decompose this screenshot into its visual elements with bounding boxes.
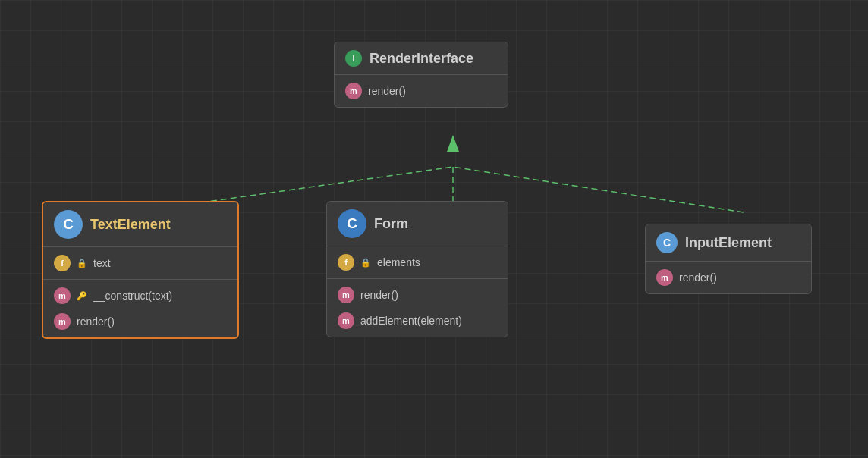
badge-interface-icon: I: [345, 50, 362, 67]
class-header-form: C Form: [327, 202, 508, 246]
method-row-construct: m 🔑 __construct(text): [43, 283, 237, 309]
class-form[interactable]: C Form f 🔒 elements m render() m addElem…: [326, 201, 508, 337]
method-row-render-form: m render(): [327, 282, 508, 308]
badge-m-add-element: m: [338, 312, 354, 329]
method-render-text: render(): [77, 315, 115, 328]
class-body-form: f 🔒 elements: [327, 246, 508, 278]
class-header-render-interface: I RenderInterface: [335, 42, 508, 74]
class-body-text-element: f 🔒 text: [43, 247, 237, 279]
class-body-input-element: m render(): [646, 262, 811, 293]
badge-m: m: [345, 83, 362, 99]
method-add-element-text: addElement(element): [360, 315, 462, 327]
lock-icon: 🔒: [77, 258, 87, 268]
class-input-element[interactable]: C InputElement m render(): [645, 224, 812, 294]
method-row-render: m render(): [43, 309, 237, 334]
method-render-input-text: render(): [679, 271, 717, 284]
class-header-text-element: C TextElement: [43, 202, 237, 246]
badge-m-render-input: m: [656, 269, 673, 286]
field-elements-text: elements: [377, 256, 420, 268]
class-name-render-interface: RenderInterface: [370, 51, 473, 67]
method-row-add-element: m addElement(element): [327, 308, 508, 334]
field-row-elements: f 🔒 elements: [327, 249, 508, 275]
badge-m-render-form: m: [338, 287, 354, 303]
badge-class-c: C: [54, 210, 83, 239]
method-row: m render(): [335, 78, 508, 104]
method-text: render(): [368, 85, 406, 97]
badge-f: f: [54, 255, 71, 271]
method-render-form-text: render(): [360, 289, 398, 301]
field-row-text: f 🔒 text: [43, 250, 237, 276]
class-text-element[interactable]: C TextElement f 🔒 text m 🔑 __construct(t…: [42, 201, 239, 339]
class-name-text-element: TextElement: [90, 217, 171, 233]
method-construct-text: __construct(text): [93, 290, 172, 302]
lock-icon-elements: 🔒: [360, 257, 371, 268]
badge-class-c-form: C: [338, 209, 366, 238]
method-row-render-input: m render(): [646, 265, 811, 290]
class-render-interface[interactable]: I RenderInterface m render(): [334, 42, 508, 108]
class-methods-text-element: m 🔑 __construct(text) m render(): [43, 280, 237, 337]
field-text: text: [93, 257, 111, 269]
badge-class-c-input: C: [656, 232, 678, 253]
badge-f-elements: f: [338, 254, 354, 271]
class-header-input-element: C InputElement: [646, 224, 811, 261]
key-icon: 🔑: [77, 290, 87, 301]
class-name-form: Form: [374, 216, 408, 232]
badge-m-render: m: [54, 313, 71, 330]
class-body-render-interface: m render(): [335, 75, 508, 107]
class-name-input-element: InputElement: [685, 235, 772, 251]
badge-m: m: [54, 287, 71, 304]
class-methods-form: m render() m addElement(element): [327, 279, 508, 337]
